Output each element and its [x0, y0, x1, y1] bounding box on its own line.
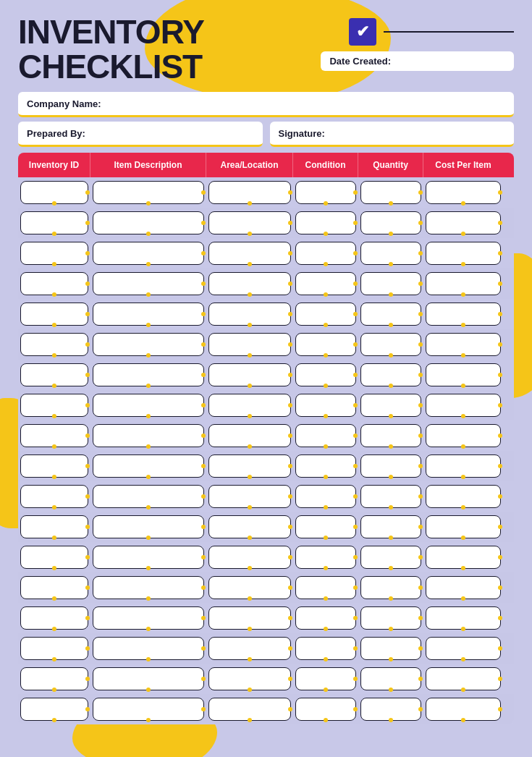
table-cell[interactable]: [293, 483, 358, 509]
table-cell[interactable]: [206, 240, 293, 266]
table-cell[interactable]: [358, 362, 423, 388]
table-cell[interactable]: [358, 210, 423, 236]
table-cell[interactable]: [90, 240, 206, 266]
table-cell[interactable]: [358, 483, 423, 509]
table-cell[interactable]: [90, 331, 206, 358]
table-cell[interactable]: [206, 605, 293, 631]
table-cell[interactable]: [18, 331, 90, 358]
table-cell[interactable]: [18, 635, 90, 661]
table-cell[interactable]: [18, 514, 90, 540]
table-cell[interactable]: [18, 696, 90, 722]
table-cell[interactable]: [90, 666, 206, 692]
table-cell[interactable]: [206, 453, 293, 479]
table-cell[interactable]: [18, 301, 90, 327]
table-cell[interactable]: [18, 362, 90, 388]
table-cell[interactable]: [90, 575, 206, 601]
table-cell[interactable]: [18, 605, 90, 631]
table-cell[interactable]: [18, 210, 90, 236]
table-cell[interactable]: [358, 605, 423, 631]
table-cell[interactable]: [90, 179, 206, 206]
table-cell[interactable]: [423, 271, 503, 297]
table-cell[interactable]: [358, 575, 423, 601]
table-cell[interactable]: [90, 271, 206, 297]
table-cell[interactable]: [18, 423, 90, 449]
table-cell[interactable]: [423, 605, 503, 631]
table-cell[interactable]: [18, 544, 90, 570]
table-cell[interactable]: [90, 483, 206, 509]
table-cell[interactable]: [90, 210, 206, 236]
table-cell[interactable]: [206, 635, 293, 661]
table-cell[interactable]: [206, 483, 293, 509]
table-cell[interactable]: [293, 271, 358, 297]
table-cell[interactable]: [293, 696, 358, 722]
table-cell[interactable]: [293, 362, 358, 388]
table-cell[interactable]: [206, 301, 293, 327]
table-cell[interactable]: [293, 635, 358, 661]
table-cell[interactable]: [358, 301, 423, 327]
table-cell[interactable]: [423, 301, 503, 327]
table-cell[interactable]: [293, 179, 358, 206]
table-cell[interactable]: [423, 635, 503, 661]
table-cell[interactable]: [358, 453, 423, 479]
table-cell[interactable]: [90, 605, 206, 631]
table-cell[interactable]: [293, 423, 358, 449]
table-cell[interactable]: [18, 240, 90, 266]
table-cell[interactable]: [358, 696, 423, 722]
table-cell[interactable]: [90, 392, 206, 418]
table-cell[interactable]: [293, 666, 358, 692]
table-cell[interactable]: [293, 575, 358, 601]
table-cell[interactable]: [90, 453, 206, 479]
table-cell[interactable]: [358, 392, 423, 418]
table-cell[interactable]: [18, 271, 90, 297]
table-cell[interactable]: [358, 666, 423, 692]
table-cell[interactable]: [90, 544, 206, 570]
table-cell[interactable]: [18, 453, 90, 479]
table-cell[interactable]: [206, 179, 293, 206]
table-cell[interactable]: [293, 544, 358, 570]
table-cell[interactable]: [293, 331, 358, 358]
table-cell[interactable]: [206, 696, 293, 722]
table-cell[interactable]: [358, 544, 423, 570]
table-cell[interactable]: [423, 483, 503, 509]
table-cell[interactable]: [358, 179, 423, 206]
table-cell[interactable]: [18, 666, 90, 692]
table-cell[interactable]: [423, 423, 503, 449]
table-cell[interactable]: [90, 362, 206, 388]
table-cell[interactable]: [423, 392, 503, 418]
table-cell[interactable]: [358, 423, 423, 449]
table-cell[interactable]: [423, 179, 503, 206]
table-cell[interactable]: [423, 666, 503, 692]
table-cell[interactable]: [293, 240, 358, 266]
table-cell[interactable]: [206, 666, 293, 692]
table-cell[interactable]: [206, 331, 293, 358]
table-cell[interactable]: [293, 392, 358, 418]
table-cell[interactable]: [423, 453, 503, 479]
table-cell[interactable]: [90, 696, 206, 722]
table-cell[interactable]: [206, 423, 293, 449]
date-created-input[interactable]: [397, 56, 505, 67]
table-cell[interactable]: [358, 331, 423, 358]
table-cell[interactable]: [358, 635, 423, 661]
table-cell[interactable]: [18, 179, 90, 206]
table-cell[interactable]: [90, 635, 206, 661]
table-cell[interactable]: [90, 514, 206, 540]
table-cell[interactable]: [293, 210, 358, 236]
table-cell[interactable]: [423, 210, 503, 236]
table-cell[interactable]: [293, 453, 358, 479]
table-cell[interactable]: [206, 271, 293, 297]
table-cell[interactable]: [423, 362, 503, 388]
table-cell[interactable]: [206, 544, 293, 570]
table-cell[interactable]: [423, 575, 503, 601]
table-cell[interactable]: [18, 483, 90, 509]
table-cell[interactable]: [206, 392, 293, 418]
table-cell[interactable]: [206, 575, 293, 601]
table-cell[interactable]: [18, 392, 90, 418]
table-cell[interactable]: [423, 544, 503, 570]
table-cell[interactable]: [206, 362, 293, 388]
table-cell[interactable]: [293, 605, 358, 631]
table-cell[interactable]: [18, 575, 90, 601]
table-cell[interactable]: [423, 331, 503, 358]
table-cell[interactable]: [358, 271, 423, 297]
table-cell[interactable]: [90, 423, 206, 449]
table-cell[interactable]: [293, 514, 358, 540]
